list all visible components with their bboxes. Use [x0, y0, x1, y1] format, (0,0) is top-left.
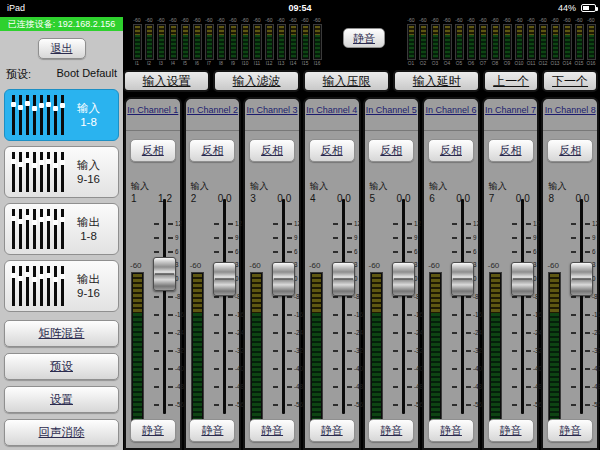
channel-name-link[interactable]: In Channel 2: [186, 105, 240, 115]
bridge-meter-top-label: -60: [180, 18, 190, 24]
strip-mute-button[interactable]: 静音: [189, 419, 235, 442]
tab-input-filter[interactable]: 输入滤波: [213, 70, 300, 92]
bank-button-output-1-8[interactable]: 输出1-8: [4, 203, 119, 255]
sidebar-button-echo-cancel[interactable]: 回声消除: [4, 419, 119, 446]
fader-tick: [393, 350, 398, 352]
fader-tick: [273, 223, 278, 225]
fader-knob[interactable]: [272, 262, 295, 296]
channel-name-link[interactable]: In Channel 6: [424, 105, 478, 115]
channel-strip: In Channel 7反相输入70.0-60129630-8-16-24-32…: [482, 97, 540, 450]
fader-tick: [571, 332, 576, 334]
strip-meter-label: -60: [309, 261, 321, 270]
channel-name-link[interactable]: In Channel 3: [245, 105, 299, 115]
fader-scale-label: -48: [473, 383, 482, 389]
fader-knob[interactable]: [511, 262, 534, 296]
phase-invert-button[interactable]: 反相: [130, 139, 176, 162]
bridge-meter-input: -60I5: [179, 17, 191, 66]
phase-invert-button[interactable]: 反相: [249, 139, 295, 162]
bridge-meter-top-label: -60: [454, 18, 464, 24]
bank-label: 输出9-16: [64, 272, 113, 300]
tab-previous[interactable]: 上一个: [483, 70, 539, 92]
sidebar-button-matrix-mix[interactable]: 矩阵混音: [4, 320, 119, 347]
fader-track[interactable]: [580, 199, 583, 414]
strip-level-meter: [548, 272, 561, 422]
fader-tick: [512, 296, 517, 298]
exit-button[interactable]: 退出: [38, 38, 86, 59]
tab-input-compressor[interactable]: 输入压限: [303, 70, 390, 92]
tab-input-delay[interactable]: 输入延时: [393, 70, 480, 92]
fader-scale-label: 12: [533, 220, 540, 226]
fader-track[interactable]: [521, 199, 524, 414]
phase-invert-button[interactable]: 反相: [309, 139, 355, 162]
channel-name-link[interactable]: In Channel 5: [365, 105, 419, 115]
sidebar-button-presets[interactable]: 预设: [4, 353, 119, 380]
phase-invert-button[interactable]: 反相: [547, 139, 593, 162]
fader-tick: [407, 296, 412, 298]
fader-tick: [407, 332, 412, 334]
fader-track[interactable]: [342, 199, 345, 414]
fader-tick: [228, 314, 233, 316]
bridge-meter-input: -60I7: [203, 17, 215, 66]
fader-tick: [287, 251, 292, 253]
fader-tick: [571, 237, 576, 239]
fader-tick: [393, 368, 398, 370]
strip-mute-button[interactable]: 静音: [547, 419, 593, 442]
fader-track[interactable]: [163, 199, 166, 414]
channel-name-link[interactable]: In Channel 1: [126, 105, 180, 115]
bridge-meter-input: -60I2: [143, 17, 155, 66]
fader-tick: [347, 332, 352, 334]
channel-name-link[interactable]: In Channel 7: [484, 105, 538, 115]
bridge-mute-button[interactable]: 静音: [343, 28, 385, 48]
fader-knob[interactable]: [392, 262, 415, 296]
fader-tick: [168, 237, 173, 239]
channel-number: 7: [489, 193, 495, 204]
channel-number: 5: [370, 193, 376, 204]
app-screen: iPad 09:54 44% 已连接设备: 192.168.2.156 退出 预…: [0, 0, 600, 450]
bridge-meter-channel-label: I1: [132, 61, 142, 66]
fader-tick: [512, 314, 517, 316]
bridge-meter-bar: [527, 24, 536, 60]
fader-knob[interactable]: [332, 262, 355, 296]
phase-invert-button[interactable]: 反相: [368, 139, 414, 162]
strip-input-label: 输入: [548, 180, 566, 193]
fader-track[interactable]: [223, 199, 226, 414]
phase-invert-button[interactable]: 反相: [488, 139, 534, 162]
fader-knob[interactable]: [451, 262, 474, 296]
bridge-meter-bar: [289, 24, 298, 60]
fader-track[interactable]: [282, 199, 285, 414]
fader-tick: [526, 404, 531, 406]
fader-knob[interactable]: [570, 262, 593, 296]
bridge-meter-output: -60O3: [429, 17, 441, 66]
bank-button-input-1-8[interactable]: 输入1-8: [4, 89, 119, 141]
strip-mute-button[interactable]: 静音: [309, 419, 355, 442]
phase-invert-button[interactable]: 反相: [428, 139, 474, 162]
fader-track[interactable]: [402, 199, 405, 414]
fader-tick: [287, 404, 292, 406]
bridge-meter-output: -60O10: [513, 17, 525, 66]
strip-mute-button[interactable]: 静音: [249, 419, 295, 442]
strip-mute-button[interactable]: 静音: [488, 419, 534, 442]
phase-invert-button[interactable]: 反相: [189, 139, 235, 162]
bridge-meter-top-label: -60: [264, 18, 274, 24]
bridge-meter-channel-label: I5: [180, 61, 190, 66]
sidebar-button-settings[interactable]: 设置: [4, 386, 119, 413]
fader-knob[interactable]: [153, 257, 176, 291]
fader-scale-label: 6: [533, 248, 537, 254]
channel-name-link[interactable]: In Channel 8: [543, 105, 597, 115]
fader-tick: [571, 314, 576, 316]
bridge-meter-top-label: -60: [406, 18, 416, 24]
fader-tick: [466, 350, 471, 352]
strip-mute-button[interactable]: 静音: [130, 419, 176, 442]
bank-button-output-9-16[interactable]: 输出9-16: [4, 260, 119, 312]
strip-mute-button[interactable]: 静音: [368, 419, 414, 442]
fader-scale-label: 6: [175, 248, 179, 254]
bank-button-input-9-16[interactable]: 输入9-16: [4, 146, 119, 198]
fader-track[interactable]: [461, 199, 464, 414]
fader-knob[interactable]: [213, 262, 236, 296]
tab-input-settings[interactable]: 输入设置: [123, 70, 210, 92]
fader-tick: [333, 350, 338, 352]
tab-next[interactable]: 下一个: [542, 70, 598, 92]
channel-name-link[interactable]: In Channel 4: [305, 105, 359, 115]
bridge-meter-channel-label: O4: [442, 61, 452, 66]
strip-mute-button[interactable]: 静音: [428, 419, 474, 442]
